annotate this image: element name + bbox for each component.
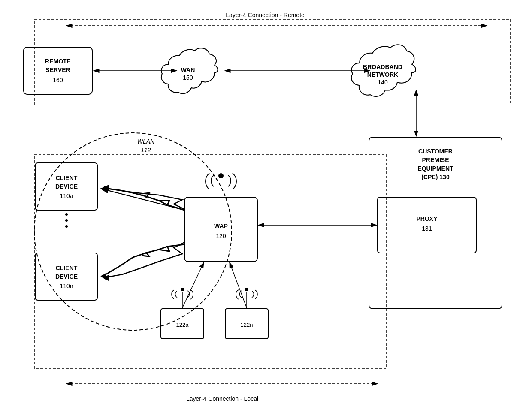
ap-a-num: 122a bbox=[176, 322, 189, 328]
svg-point-27 bbox=[218, 173, 224, 178]
cpe-label2: PREMISE bbox=[422, 156, 449, 163]
wlan-num: 112 bbox=[141, 147, 151, 153]
wap-num: 120 bbox=[216, 232, 226, 239]
svg-text:···: ··· bbox=[215, 321, 221, 328]
svg-point-37 bbox=[245, 288, 248, 291]
cpe-label1: CUSTOMER bbox=[418, 148, 453, 155]
client-n-label1: CLIENT bbox=[56, 265, 78, 271]
ap-n-num: 122n bbox=[241, 322, 253, 328]
layer4-remote-label: Layer-4 Connection - Remote bbox=[226, 12, 305, 18]
client-n-label2: DEVICE bbox=[55, 273, 78, 280]
svg-text:150: 150 bbox=[183, 74, 193, 81]
remote-server-label2: SERVER bbox=[45, 66, 70, 73]
cpe-label4: (CPE) 130 bbox=[421, 174, 450, 180]
svg-rect-25 bbox=[184, 197, 257, 262]
svg-line-40 bbox=[230, 262, 247, 308]
network-diagram: Layer-4 Connection - Remote Layer-4 Conn… bbox=[0, 0, 532, 409]
lightning-wap-to-clientn bbox=[101, 244, 184, 280]
svg-line-39 bbox=[182, 262, 204, 308]
proxy-label: PROXY bbox=[416, 215, 438, 222]
proxy-num: 131 bbox=[422, 225, 432, 232]
remote-server-label: REMOTE bbox=[45, 58, 71, 65]
svg-point-23 bbox=[65, 225, 68, 228]
svg-text:140: 140 bbox=[378, 79, 388, 86]
cpe-label3: EQUIPMENT bbox=[417, 165, 453, 172]
client-a-label1: CLIENT bbox=[56, 174, 78, 181]
svg-text:BROADBAND: BROADBAND bbox=[363, 63, 402, 70]
wap-label: WAP bbox=[214, 223, 228, 229]
svg-text:NETWORK: NETWORK bbox=[367, 71, 398, 78]
svg-rect-4 bbox=[34, 19, 511, 105]
remote-server-num: 160 bbox=[53, 77, 63, 84]
client-a-label2: DEVICE bbox=[55, 183, 78, 190]
svg-text:WAN: WAN bbox=[181, 66, 195, 73]
client-n-num: 110n bbox=[60, 283, 73, 289]
lightning1 bbox=[103, 184, 184, 209]
lightning2 bbox=[103, 242, 184, 281]
svg-point-34 bbox=[181, 288, 184, 291]
layer4-local-label: Layer-4 Connection - Local bbox=[186, 395, 258, 402]
client-a-num: 110a bbox=[60, 192, 73, 199]
wlan-label: WLAN bbox=[137, 138, 155, 145]
svg-point-21 bbox=[65, 213, 68, 216]
svg-point-22 bbox=[65, 219, 68, 222]
